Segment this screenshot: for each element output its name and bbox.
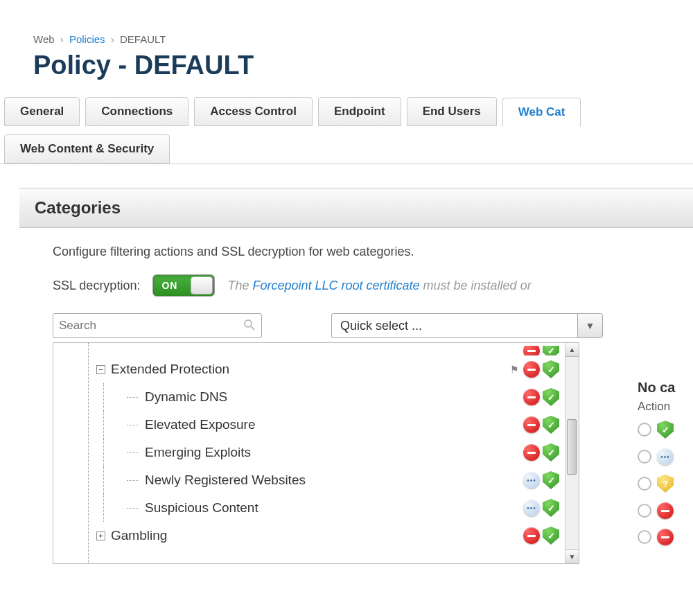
search-box[interactable] [53,313,262,338]
block-icon[interactable] [523,444,540,461]
shield-allow-icon[interactable]: ✓ [543,443,559,461]
toggle-knob [191,276,213,294]
action-option-row[interactable] [638,502,693,519]
block-icon[interactable] [523,389,540,405]
search-input[interactable] [59,319,243,333]
shield-allow-icon[interactable]: ✓ [543,471,559,489]
tree-expand-icon[interactable]: + [96,531,105,540]
tree-label: Suspicious Content [145,500,579,516]
tree-label: Extended Protection [111,362,579,377]
quick-select-placeholder: Quick select ... [332,319,577,333]
scroll-thumb[interactable] [567,419,577,475]
search-icon[interactable] [243,319,256,333]
radio-button[interactable] [638,530,651,544]
tree-collapse-icon[interactable]: − [96,365,105,374]
scroll-up-icon[interactable]: ▲ [565,343,579,357]
action-option-row[interactable]: ✓ [638,421,693,439]
action-option-row[interactable]: ••• [638,448,693,465]
block-icon[interactable] [523,346,540,355]
shield-allow-icon: ✓ [657,421,674,439]
svg-point-0 [245,320,252,327]
action-option-row[interactable] [638,529,693,545]
tab-web-content-security[interactable]: Web Content & Security [4,134,170,164]
shield-allow-icon[interactable]: ✓ [543,388,559,406]
tree-row-newly-registered[interactable]: Newly Registered Websites ••• ✓ [84,466,579,494]
shield-allow-icon[interactable]: ✓ [543,416,559,434]
block-icon[interactable] [523,527,540,544]
tree-row-gambling[interactable]: + Gambling ✓ [84,522,579,549]
tree-row-suspicious-content[interactable]: Suspicious Content ••• ✓ [84,494,579,522]
section-header-categories: Categories [19,188,693,228]
page-title: Policy - DEFAULT [33,51,693,80]
side-panel-subtitle: Action [638,400,693,414]
breadcrumb-current: DEFAULT [120,33,166,45]
tab-endpoint[interactable]: Endpoint [318,97,401,126]
breadcrumb-sep: › [60,33,64,45]
breadcrumb-root: Web [33,33,55,45]
tree-scrollbar[interactable]: ▲ ▼ [565,343,579,563]
shield-warn-icon: ? [657,475,674,493]
block-icon [657,529,674,545]
flag-icon[interactable]: ⚑ [510,364,519,375]
tree-label: Dynamic DNS [145,389,579,405]
tab-connections[interactable]: Connections [85,97,188,126]
scroll-down-icon[interactable]: ▼ [565,549,579,563]
radio-button[interactable] [638,423,651,437]
tree-label: Gambling [111,528,579,543]
root-certificate-link[interactable]: Forcepoint LLC root certificate [252,279,419,292]
ssl-decryption-toggle[interactable]: ON [152,274,215,297]
shield-allow-icon[interactable]: ✓ [543,346,559,355]
side-panel: No ca Action ✓ ••• ? [638,380,693,555]
tree-label: Newly Registered Websites [145,473,579,488]
tree-row-elevated-exposure[interactable]: Elevated Exposure ✓ [84,411,579,439]
categories-description: Configure filtering actions and SSL decr… [53,245,693,259]
action-option-row[interactable]: ? [638,475,693,493]
breadcrumb-policies-link[interactable]: Policies [69,33,105,45]
tab-general[interactable]: General [4,97,80,126]
tree-label: Emerging Exploits [145,445,579,460]
continue-icon: ••• [657,448,674,465]
shield-allow-icon[interactable]: ✓ [543,360,559,378]
svg-line-1 [251,326,254,330]
block-icon[interactable] [523,361,540,378]
breadcrumb-sep: › [111,33,114,45]
tab-web-categories[interactable]: Web Cat [502,98,581,127]
tree-label: Elevated Exposure [145,417,579,432]
breadcrumb: Web › Policies › DEFAULT [33,33,693,45]
tab-access-control[interactable]: Access Control [194,97,313,126]
radio-button[interactable] [638,504,651,518]
tree-row-emerging-exploits[interactable]: Emerging Exploits ✓ [84,439,579,466]
dropdown-arrow-icon[interactable]: ▼ [577,314,602,337]
continue-icon[interactable]: ••• [523,472,540,489]
toggle-state-label: ON [161,280,177,291]
continue-icon[interactable]: ••• [523,500,540,516]
ssl-note: The Forcepoint LLC root certificate must… [227,279,531,293]
shield-allow-icon[interactable]: ✓ [543,527,559,545]
block-icon[interactable] [523,416,540,433]
tree-row-truncated: ✓ [84,346,579,355]
tabs-area: General Connections Access Control Endpo… [0,93,693,164]
category-tree-panel: ✓ − Extended Protection ⚑ ✓ Dynamic DNS … [53,342,579,564]
side-panel-title: No ca [638,380,693,396]
tree-row-dynamic-dns[interactable]: Dynamic DNS ✓ [84,383,579,411]
radio-button[interactable] [638,450,651,464]
block-icon [657,502,674,519]
radio-button[interactable] [638,477,651,491]
tree-row-extended-protection[interactable]: − Extended Protection ⚑ ✓ [84,355,579,383]
quick-select-dropdown[interactable]: Quick select ... ▼ [331,313,603,338]
tab-end-users[interactable]: End Users [407,97,497,126]
shield-allow-icon[interactable]: ✓ [543,499,559,517]
ssl-decryption-label: SSL decryption: [53,279,140,293]
